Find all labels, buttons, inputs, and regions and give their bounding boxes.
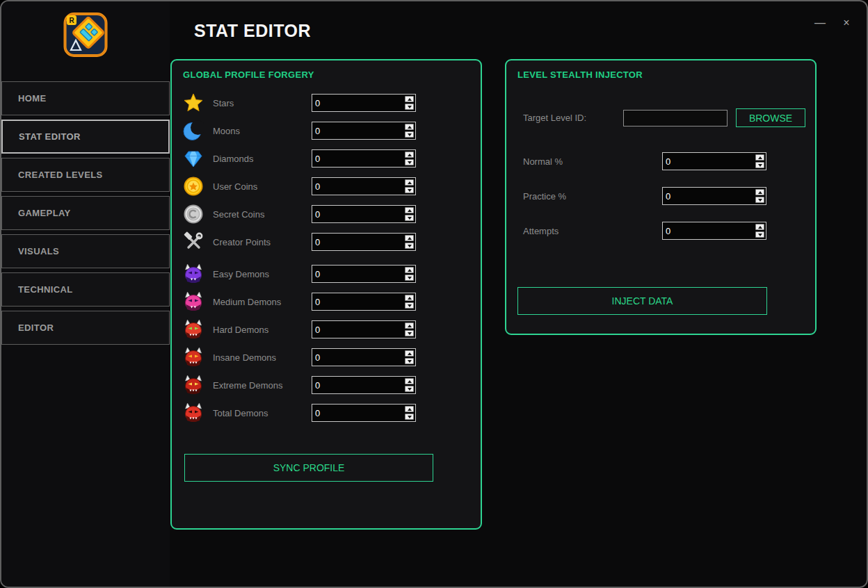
normal-percent-input[interactable] <box>662 152 766 170</box>
secret-coins-value-field[interactable] <box>312 206 403 222</box>
spin-up-button[interactable] <box>755 189 764 195</box>
normal-percent-value-field[interactable] <box>663 153 754 170</box>
normal-percent-label: Normal % <box>523 156 662 167</box>
moons-input[interactable] <box>312 122 416 140</box>
browse-button[interactable]: BROWSE <box>736 108 805 127</box>
minimize-button[interactable]: — <box>812 17 828 29</box>
sidebar-item-gameplay[interactable]: GAMEPLAY <box>1 196 170 230</box>
insane-demon-icon <box>182 347 205 368</box>
arrow-up-icon <box>408 297 412 300</box>
user-coins-input[interactable] <box>312 177 416 195</box>
spin-down-button[interactable] <box>755 162 764 168</box>
stat-label: Creator Points <box>213 237 312 247</box>
spin-up-button[interactable] <box>755 224 764 230</box>
medium-demons-input[interactable] <box>312 293 416 311</box>
easy-demon-icon <box>182 263 205 284</box>
inject-data-button[interactable]: INJECT DATA <box>517 287 767 315</box>
spin-up-button[interactable] <box>405 350 414 357</box>
extreme-demons-input[interactable] <box>312 376 416 394</box>
spin-up-button[interactable] <box>405 322 414 329</box>
hard-demons-value-field[interactable] <box>312 321 403 338</box>
insane-demons-value-field[interactable] <box>312 349 403 366</box>
arrow-down-icon <box>758 199 762 202</box>
hard-demons-input[interactable] <box>312 320 416 338</box>
spinner-buttons <box>754 153 766 170</box>
attempts-value-field[interactable] <box>663 222 754 239</box>
spin-down-button[interactable] <box>405 275 414 281</box>
spin-down-button[interactable] <box>405 302 414 309</box>
spin-up-button[interactable] <box>405 235 414 241</box>
stat-label: Diamonds <box>213 154 312 164</box>
app-window: R HOME STAT EDITOR CREATED LEVELS GAMEPL… <box>0 0 868 588</box>
spin-down-button[interactable] <box>755 197 764 203</box>
spinner-buttons <box>403 293 415 310</box>
stat-row-diamonds: Diamonds <box>172 149 481 168</box>
spin-down-button[interactable] <box>405 104 414 110</box>
sidebar-item-technical[interactable]: TECHNICAL <box>1 272 170 307</box>
diamonds-value-field[interactable] <box>312 150 403 167</box>
spin-down-button[interactable] <box>405 215 414 221</box>
spin-up-button[interactable] <box>405 295 414 301</box>
stars-input[interactable] <box>312 94 416 112</box>
spin-down-button[interactable] <box>405 243 414 249</box>
easy-demons-value-field[interactable] <box>312 266 403 282</box>
medium-demons-value-field[interactable] <box>312 293 403 310</box>
spin-up-button[interactable] <box>405 124 414 130</box>
profile-stat-rows: Stars Moons <box>172 80 481 422</box>
close-button[interactable]: × <box>839 17 854 29</box>
secret-coin-icon <box>182 204 205 224</box>
moons-value-field[interactable] <box>312 122 403 139</box>
sidebar-item-home[interactable]: HOME <box>1 81 170 115</box>
spin-down-button[interactable] <box>405 386 414 392</box>
stars-value-field[interactable] <box>312 95 403 111</box>
spin-down-button[interactable] <box>755 231 764 238</box>
arrow-up-icon <box>408 408 412 411</box>
diamonds-input[interactable] <box>312 149 416 168</box>
spin-down-button[interactable] <box>405 330 414 336</box>
spin-up-button[interactable] <box>755 154 764 161</box>
spin-up-button[interactable] <box>405 152 414 158</box>
spin-up-button[interactable] <box>405 406 414 412</box>
spinner-buttons <box>403 150 415 167</box>
spin-down-button[interactable] <box>405 358 414 364</box>
spinner-buttons <box>754 188 766 204</box>
attempts-input[interactable] <box>662 222 766 240</box>
practice-percent-input[interactable] <box>662 187 766 205</box>
sidebar-item-created-levels[interactable]: CREATED LEVELS <box>1 158 170 192</box>
spin-up-button[interactable] <box>405 378 414 384</box>
creator-points-value-field[interactable] <box>312 234 403 250</box>
stat-row-extreme-demons: Extreme Demons <box>172 376 481 394</box>
spin-down-button[interactable] <box>405 159 414 165</box>
spinner-buttons <box>403 405 415 421</box>
practice-percent-value-field[interactable] <box>663 188 754 204</box>
spin-up-button[interactable] <box>405 267 414 273</box>
sidebar-item-editor[interactable]: EDITOR <box>1 311 170 345</box>
stat-label: Hard Demons <box>213 325 312 335</box>
insane-demons-input[interactable] <box>312 348 416 366</box>
creator-points-input[interactable] <box>312 233 416 251</box>
total-demons-value-field[interactable] <box>312 405 403 421</box>
sidebar-item-visuals[interactable]: VISUALS <box>1 234 170 268</box>
spin-up-button[interactable] <box>405 207 414 213</box>
user-coins-value-field[interactable] <box>312 178 403 195</box>
stat-label: Stars <box>213 98 312 108</box>
stat-label: Moons <box>213 126 312 136</box>
secret-coins-input[interactable] <box>312 205 416 223</box>
spin-up-button[interactable] <box>405 179 414 186</box>
total-demons-input[interactable] <box>312 404 416 422</box>
sidebar-item-stat-editor[interactable]: STAT EDITOR <box>1 120 170 154</box>
spin-down-button[interactable] <box>405 131 414 138</box>
target-level-id-input[interactable] <box>623 110 728 126</box>
spin-up-button[interactable] <box>405 96 414 102</box>
arrow-down-icon <box>408 304 412 307</box>
easy-demons-input[interactable] <box>312 265 416 283</box>
stat-row-hard-demons: Hard Demons <box>172 320 481 338</box>
extreme-demons-value-field[interactable] <box>312 377 403 393</box>
stat-row-medium-demons: Medium Demons <box>172 293 481 311</box>
spinner-buttons <box>403 349 415 366</box>
sync-profile-button[interactable]: SYNC PROFILE <box>184 454 433 482</box>
spin-down-button[interactable] <box>405 414 414 420</box>
arrow-down-icon <box>408 133 412 136</box>
spin-down-button[interactable] <box>405 187 414 193</box>
extreme-demon-icon <box>182 375 205 395</box>
